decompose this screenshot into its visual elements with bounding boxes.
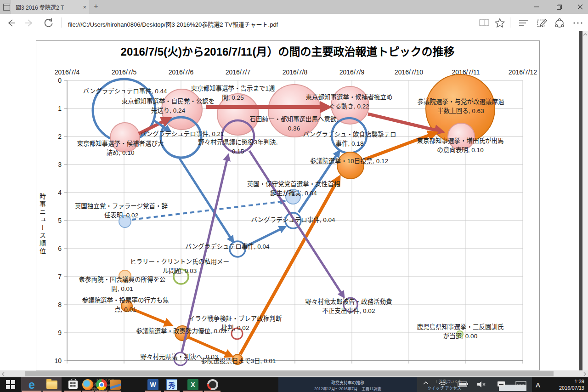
- tab-title: 図3 2016 参院選2 T: [16, 3, 80, 11]
- close-button[interactable]: [570, 0, 588, 14]
- show-hidden-icons-chevron[interactable]: [423, 381, 429, 385]
- ghost-explorer-window: ↑ 羽音はいくも クイック アクセス: [417, 377, 532, 392]
- forward-icon[interactable]: [24, 17, 35, 28]
- url-text[interactable]: file:///C:/Users/hirohan0806/Desktop/図3 …: [68, 20, 278, 28]
- y-axis-title: 時事ニュース順位: [38, 193, 47, 256]
- vertical-scrollbar-thumb[interactable]: [579, 31, 582, 370]
- horizontal-scrollbar-thumb[interactable]: [25, 371, 554, 376]
- ghost-slide-window: 政党支持率の推移 2012年12月～2016年7月 主要11調査: [278, 377, 417, 392]
- minimize-button[interactable]: [526, 0, 547, 14]
- tab-preview-icon[interactable]: [3, 4, 10, 11]
- new-tab-button[interactable]: +: [94, 2, 98, 11]
- ime-language-indicator[interactable]: A: [534, 381, 542, 389]
- file-explorer-icon[interactable]: [46, 379, 58, 391]
- clock-date: 2016/07/13: [546, 385, 584, 391]
- share-icon[interactable]: [554, 17, 565, 28]
- pdf-page: [36, 40, 540, 370]
- clock-time: 1:39: [546, 378, 584, 385]
- windows-store-icon[interactable]: [67, 379, 79, 391]
- movie-app-icon[interactable]: [109, 379, 121, 391]
- start-button[interactable]: [5, 379, 17, 391]
- scroll-right-icon: [584, 372, 586, 376]
- excel-icon[interactable]: X: [187, 379, 199, 391]
- wifi-icon[interactable]: [438, 381, 447, 388]
- chart-title: 2016/7/5(火)から2016/7/11(月）の間の主要政治報道トピックの推…: [36, 43, 539, 59]
- firefox-icon[interactable]: [82, 379, 94, 391]
- battery-icon[interactable]: [458, 381, 469, 387]
- browser-tab[interactable]: 図3 2016 参院選2 T ×: [11, 0, 89, 14]
- scroll-up-icon: [583, 34, 587, 35]
- back-icon[interactable]: [6, 17, 17, 28]
- web-note-icon[interactable]: [537, 17, 548, 28]
- tab-close-icon[interactable]: ×: [80, 4, 86, 11]
- more-options-icon[interactable]: [572, 17, 583, 28]
- touch-keyboard-icon[interactable]: [515, 381, 526, 387]
- edge-taskbar-icon[interactable]: e: [26, 379, 38, 391]
- hidemaru-icon[interactable]: 秀: [166, 379, 178, 391]
- taskbar-clock[interactable]: 1:39 2016/07/13: [546, 378, 586, 391]
- reading-view-icon[interactable]: [479, 17, 490, 28]
- word-icon[interactable]: W: [147, 379, 159, 391]
- refresh-icon[interactable]: [43, 17, 54, 28]
- favorites-star-icon[interactable]: [494, 17, 505, 28]
- addressbar-divider-right: [510, 17, 510, 28]
- volume-muted-icon[interactable]: [477, 381, 486, 388]
- addressbar-divider: [62, 17, 62, 28]
- taskbar: __MACOSX 16,17 enak chugoku 政党支持率の推移 201…: [0, 377, 588, 392]
- chrome-icon[interactable]: [96, 379, 107, 391]
- capture-app-icon[interactable]: [207, 379, 219, 391]
- action-center-icon[interactable]: [497, 381, 505, 388]
- scroll-left-icon: [2, 372, 4, 376]
- restore-button[interactable]: [549, 0, 570, 14]
- hub-icon[interactable]: [518, 17, 529, 28]
